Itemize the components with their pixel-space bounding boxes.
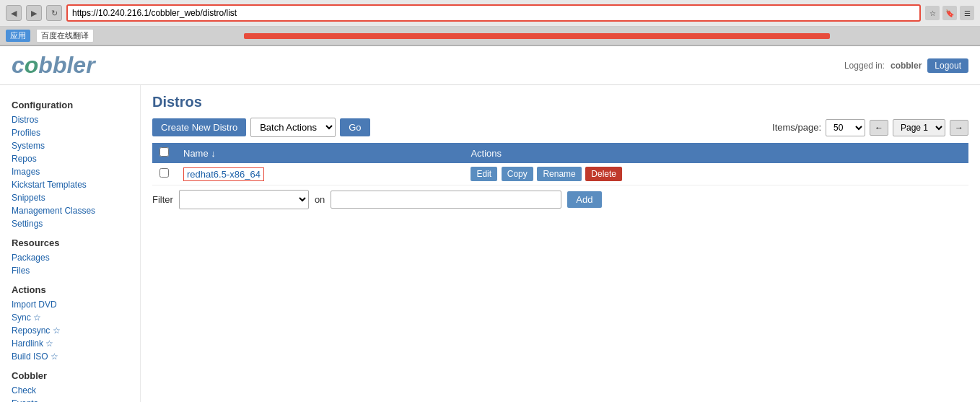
batch-actions-select[interactable]: Batch Actions Delete <box>250 118 336 137</box>
sidebar-item-files[interactable]: Files <box>12 264 128 277</box>
filter-select[interactable] <box>179 190 309 209</box>
browser-chrome: ◀ ▶ ↻ ☆ 🔖 ☰ 应用 百度在线翻译 <box>0 0 980 46</box>
row-actions-cell: Edit Copy Rename Delete <box>463 163 968 185</box>
create-new-distro-button[interactable]: Create New Distro <box>152 118 246 136</box>
main-layout: Configuration Distros Profiles Systems R… <box>0 85 980 402</box>
delete-button[interactable]: Delete <box>585 167 622 181</box>
apps-bookmark[interactable]: 应用 <box>6 30 30 42</box>
go-button[interactable]: Go <box>340 118 369 136</box>
filter-input[interactable] <box>331 191 561 209</box>
sidebar-item-check[interactable]: Check <box>12 384 128 397</box>
bookmarks-bar: 应用 百度在线翻译 <box>0 27 980 45</box>
browser-toolbar: ◀ ▶ ↻ ☆ 🔖 ☰ <box>0 0 980 27</box>
items-per-page-select[interactable]: 10 20 50 100 <box>826 119 865 136</box>
copy-button[interactable]: Copy <box>502 167 533 181</box>
sidebar-section-actions: Actions <box>12 284 128 295</box>
page-wrapper: cobbler Logged in: cobbler Logout Config… <box>0 46 980 402</box>
items-per-page-label: Items/page: <box>772 122 821 133</box>
sidebar-item-sync[interactable]: Sync ☆ <box>12 311 128 324</box>
sidebar-item-images[interactable]: Images <box>12 165 128 178</box>
items-per-page-control: Items/page: 10 20 50 100 ← Page 1 → <box>772 119 968 136</box>
logo-text: cobbler <box>12 52 95 79</box>
sidebar-item-build-iso[interactable]: Build ISO ☆ <box>12 350 128 363</box>
edit-button[interactable]: Edit <box>471 167 497 181</box>
actions-column-header: Actions <box>463 143 968 163</box>
sidebar-item-import-dvd[interactable]: Import DVD <box>12 298 128 311</box>
sidebar-item-settings[interactable]: Settings <box>12 217 128 230</box>
logout-button[interactable]: Logout <box>927 58 968 73</box>
forward-button[interactable]: ▶ <box>26 5 42 21</box>
browser-icons: ☆ 🔖 ☰ <box>925 6 974 20</box>
red-bar <box>244 33 830 39</box>
toolbar: Create New Distro Batch Actions Delete G… <box>152 118 968 137</box>
select-all-header <box>152 143 176 163</box>
header-user: Logged in: cobbler Logout <box>844 58 968 73</box>
reload-button[interactable]: ↻ <box>46 5 62 21</box>
sidebar-section-cobbler: Cobbler <box>12 370 128 381</box>
sidebar-item-reposync[interactable]: Reposync ☆ <box>12 324 128 337</box>
row-name-cell: redhat6.5-x86_64 <box>176 163 463 185</box>
sidebar-item-kickstart-templates[interactable]: Kickstart Templates <box>12 178 128 191</box>
filter-row: Filter on Add <box>152 190 968 209</box>
table-row: redhat6.5-x86_64 Edit Copy Rename Delete <box>152 163 968 185</box>
name-column-header: Name ↓ <box>176 143 463 163</box>
sidebar-item-hardlink[interactable]: Hardlink ☆ <box>12 337 128 350</box>
rename-button[interactable]: Rename <box>537 167 581 181</box>
content-area: Distros Create New Distro Batch Actions … <box>141 85 980 402</box>
site-header: cobbler Logged in: cobbler Logout <box>0 46 980 85</box>
sidebar-section-configuration: Configuration <box>12 100 128 110</box>
back-button[interactable]: ◀ <box>6 5 22 21</box>
name-header-label: Name ↓ <box>183 148 216 159</box>
filter-on-label: on <box>315 194 325 205</box>
logged-in-label: Logged in: <box>844 61 885 71</box>
sidebar-item-packages[interactable]: Packages <box>12 251 128 264</box>
row-checkbox[interactable] <box>159 168 169 178</box>
star-icon: ☆ <box>925 6 940 20</box>
logo: cobbler <box>12 52 95 79</box>
filter-label: Filter <box>152 194 173 205</box>
sidebar-item-management-classes[interactable]: Management Classes <box>12 204 128 217</box>
next-page-button[interactable]: → <box>950 120 968 136</box>
select-all-checkbox[interactable] <box>159 147 169 157</box>
sidebar-item-snippets[interactable]: Snippets <box>12 191 128 204</box>
baidu-bookmark[interactable]: 百度在线翻译 <box>36 29 94 43</box>
distro-name-link[interactable]: redhat6.5-x86_64 <box>183 167 264 181</box>
filter-add-button[interactable]: Add <box>567 191 601 208</box>
sidebar-item-profiles[interactable]: Profiles <box>12 126 128 139</box>
page-select[interactable]: Page 1 <box>893 119 945 136</box>
settings-icon: ☰ <box>960 6 974 20</box>
page-title: Distros <box>152 94 968 110</box>
sidebar-section-resources: Resources <box>12 237 128 248</box>
sidebar-item-events[interactable]: Events <box>12 397 128 402</box>
bookmark-icon: 🔖 <box>942 6 957 20</box>
address-bar[interactable] <box>66 4 921 22</box>
actions-header-label: Actions <box>471 148 502 159</box>
distros-table: Name ↓ Actions redhat6.5-x86_64 <box>152 143 968 185</box>
sidebar-item-repos[interactable]: Repos <box>12 152 128 165</box>
row-checkbox-cell <box>152 163 176 185</box>
sidebar-item-systems[interactable]: Systems <box>12 139 128 152</box>
prev-page-button[interactable]: ← <box>870 120 888 136</box>
sidebar-item-distros[interactable]: Distros <box>12 113 128 126</box>
sidebar: Configuration Distros Profiles Systems R… <box>0 85 141 402</box>
username-label: cobbler <box>891 61 922 71</box>
table-header-row: Name ↓ Actions <box>152 143 968 163</box>
